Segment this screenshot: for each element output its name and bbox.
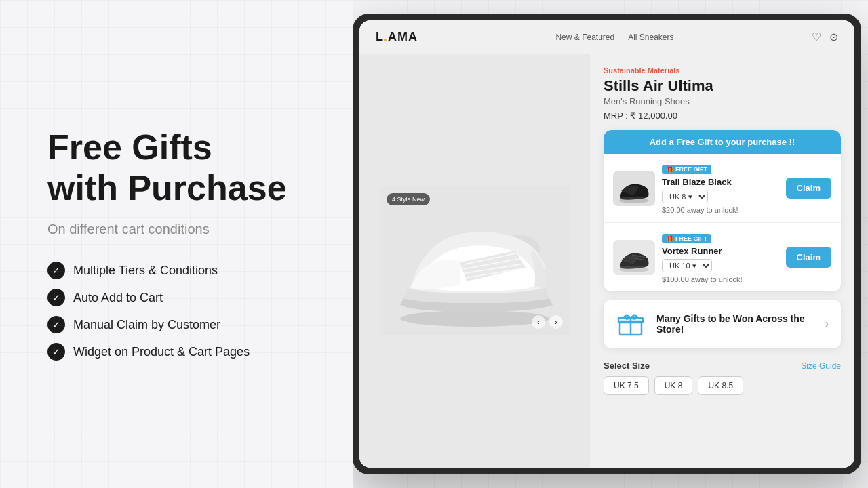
many-gifts-title: Many Gifts to be Won Across the Store! [656,313,814,335]
chevron-right-icon: › [825,318,829,330]
product-tag: Sustainable Materials [604,66,841,75]
sneaker-svg [380,186,570,336]
gift-widget-header: Add a Free Gift to your purchase !! [604,130,841,154]
gift-image-2 [613,240,655,275]
size-options: UK 7.5 UK 8 UK 8.5 [604,376,841,395]
size-label: Select Size [604,361,650,371]
left-panel: Free Gifts with Purchase On different ca… [0,0,353,488]
product-area: 4 Style New ‹ › Sustainable Materials St… [359,54,854,468]
size-header: Select Size Size Guide [604,361,841,371]
product-info-section: Sustainable Materials Stills Air Ultima … [590,54,854,468]
image-badge: 4 Style New [387,193,430,205]
check-icon-1: ✓ [47,262,65,279]
many-gifts-text: Many Gifts to be Won Across the Store! [656,313,814,335]
gift-size-select-1[interactable]: UK 8 ▾ UK 7 UK 9 [662,190,708,203]
product-image: 4 Style New ‹ › [380,186,570,336]
feature-item-2: ✓ Auto Add to Cart [47,289,312,306]
product-image-section: 4 Style New ‹ › [359,54,590,468]
gift-widget: Add a Free Gift to your purchase !! [604,130,841,291]
prev-arrow[interactable]: ‹ [532,315,545,329]
check-icon-2: ✓ [47,289,65,306]
size-guide[interactable]: Size Guide [801,361,841,371]
nav-link-sneakers[interactable]: All Sneakers [628,33,673,42]
product-name: Stills Air Ultima [604,77,841,95]
size-option-8[interactable]: UK 8 [654,376,693,395]
feature-item-1: ✓ Multiple Tiers & Conditions [47,262,312,279]
gift-item-2: 🎁 FREE GIFT Vortex Runner UK 10 ▾ UK 9 [604,223,841,291]
tablet-mockup: L.AMA New & Featured All Sneakers ♡ ⊙ [353,14,861,474]
gift-unlock-2: $100.00 away to unlock! [662,275,779,283]
free-gift-badge-1: 🎁 FREE GIFT [662,165,711,174]
main-heading: Free Gifts with Purchase [47,127,312,209]
wishlist-icon[interactable]: ♡ [812,30,821,43]
gift-items-list: 🎁 FREE GIFT Trail Blaze Black UK 8 ▾ UK … [604,154,841,291]
claim-button-2[interactable]: Claim [786,247,831,268]
check-icon-4: ✓ [47,343,65,361]
product-type: Men's Running Shoes [604,96,841,106]
check-icon-3: ✓ [47,316,65,333]
gift-name-2: Vortex Runner [662,246,779,256]
gift-item-1: 🎁 FREE GIFT Trail Blaze Black UK 8 ▾ UK … [604,154,841,223]
image-nav-arrows: ‹ › [532,315,563,329]
feature-item-4: ✓ Widget on Product & Cart Pages [47,343,312,361]
many-gifts-banner[interactable]: Many Gifts to be Won Across the Store! › [604,300,841,348]
gift-details-2: 🎁 FREE GIFT Vortex Runner UK 10 ▾ UK 9 [662,231,779,283]
product-price: MRP : ₹ 12,000.00 [604,110,841,121]
size-option-85[interactable]: UK 8.5 [698,376,743,395]
sub-heading: On different cart conditions [47,222,312,237]
gift-box-icon [616,309,646,339]
nav-link-new[interactable]: New & Featured [555,33,614,42]
gift-details-1: 🎁 FREE GIFT Trail Blaze Black UK 8 ▾ UK … [662,162,779,214]
gift-image-1 [613,171,655,206]
gift-size-select-2[interactable]: UK 10 ▾ UK 9 UK 11 [662,259,712,272]
free-gift-badge-2: 🎁 FREE GIFT [662,234,711,243]
nav-links: New & Featured All Sneakers [555,33,673,42]
store-logo: L.AMA [376,30,418,44]
svg-point-1 [400,310,549,327]
size-option-75[interactable]: UK 7.5 [604,376,649,395]
right-panel: L.AMA New & Featured All Sneakers ♡ ⊙ [353,0,868,488]
next-arrow[interactable]: › [549,315,563,329]
tablet-screen: L.AMA New & Featured All Sneakers ♡ ⊙ [359,20,854,468]
gift-name-1: Trail Blaze Black [662,177,779,187]
feature-list: ✓ Multiple Tiers & Conditions ✓ Auto Add… [47,262,312,361]
nav-icons: ♡ ⊙ [812,30,838,43]
claim-button-1[interactable]: Claim [786,178,831,199]
feature-item-3: ✓ Manual Claim by Customer [47,316,312,333]
store-nav: L.AMA New & Featured All Sneakers ♡ ⊙ [359,20,854,54]
size-section: Select Size Size Guide UK 7.5 UK 8 UK 8.… [604,358,841,398]
cart-icon[interactable]: ⊙ [829,30,838,43]
gift-unlock-1: $20.00 away to unlock! [662,206,779,214]
